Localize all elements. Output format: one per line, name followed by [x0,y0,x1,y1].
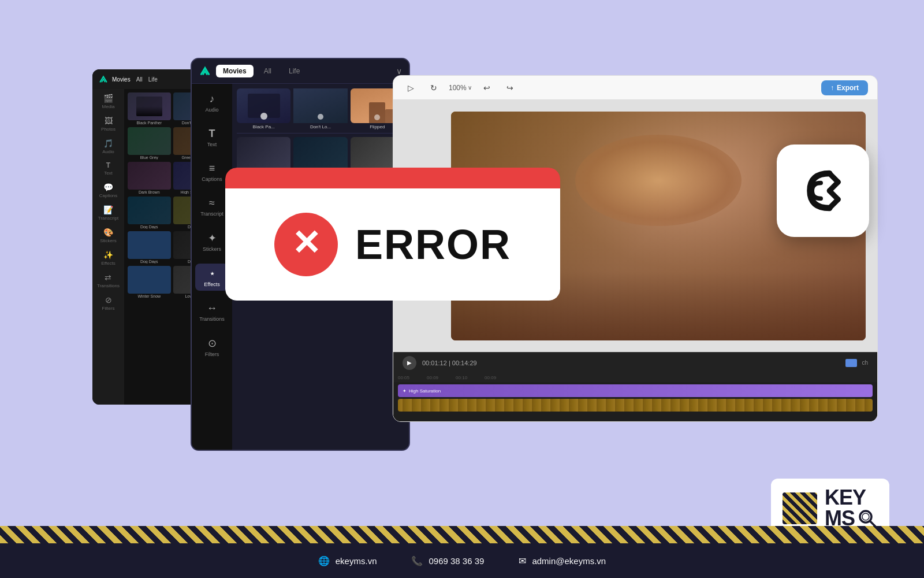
footer-email: ✉ admin@ekeyms.vn [519,555,606,566]
chevron-down-icon[interactable]: ∨ [396,66,402,76]
pm-sidebar-stickers[interactable]: ✦ Stickers [195,228,229,255]
footer-phone: 📞 0969 38 36 39 [411,555,484,566]
time-ruler: 00:05 00:09 00:10 00:09 [393,373,877,382]
pm-sidebar-captions[interactable]: ≡ Captions [195,159,229,186]
panel-middle-header: Movies All Life ∨ [192,59,409,84]
track-name: ch [862,360,868,366]
middle-tabs: Movies All Life [216,65,307,77]
list-item[interactable]: Black Panther [128,92,171,125]
pm-sidebar-filters[interactable]: ⊙ Filters [195,334,229,361]
error-text: ERROR [355,221,511,268]
list-item[interactable]: Dog Days [128,231,171,264]
sidebar-transcript-bg[interactable]: 📝 Transcript [98,205,118,221]
pm-sidebar-effects[interactable]: ⋆ Effects [195,264,229,291]
error-body: ✕ ERROR [225,188,560,301]
timeline-play-button[interactable]: ▶ [403,356,416,370]
list-item[interactable]: Blue Grey [128,127,171,160]
timeline-tracks: ✦ High Saturation [393,382,877,421]
panel-left-sidebar: 🎬 Media 🖼 Photos 🎵 Audio T Text 💬 Captio… [92,89,124,405]
panel-left-tabs: Movies All Life [112,76,158,83]
pm-sidebar-audio[interactable]: ♪ Audio [195,90,229,116]
phone-icon: 📞 [411,555,423,566]
svg-point-6 [862,513,869,520]
list-item[interactable]: Don't Lo... [293,88,347,129]
redo-button[interactable]: ↪ [502,80,518,96]
list-item[interactable]: Dark Brown [128,162,171,194]
sidebar-captions-bg[interactable]: 💬 Captions [99,183,118,198]
capcut-logo-badge [777,144,869,237]
timeline: ▶ 00:01:12 | 00:14:29 ch 00:05 00:09 00:… [393,352,877,421]
loop-button[interactable]: ↻ [426,80,442,96]
tab-movies-bg[interactable]: Movies [112,76,131,83]
top-row-thumbs: Black Pa... Don't Lo... [237,88,404,129]
undo-button[interactable]: ↩ [479,80,495,96]
keyms-stripes [783,492,817,524]
tab-all-bg[interactable]: All [136,76,143,83]
sidebar-text-bg[interactable]: T Text [104,161,113,176]
pm-sidebar-transitions[interactable]: ↔ Transitions [195,299,229,325]
diagonal-stripes [0,526,924,543]
email-icon: ✉ [519,555,526,566]
svg-line-3 [829,191,838,199]
keyms-name: KEY [825,487,878,508]
sidebar-photos[interactable]: 🖼 Photos [101,116,116,132]
sidebar-filters-bg[interactable]: ⊘ Filters [102,295,115,311]
list-item[interactable]: Winter Snow [128,266,171,298]
error-icon-circle: ✕ [274,213,338,276]
export-button[interactable]: ↑ Export [821,80,868,95]
audio-icon [845,359,857,367]
purple-track[interactable]: ✦ High Saturation [398,384,873,397]
sidebar-media[interactable]: 🎬 Media [102,94,115,109]
timeline-controls: ▶ 00:01:12 | 00:14:29 ch [393,352,877,373]
sidebar-effects-bg[interactable]: ✨ Effects [101,250,115,266]
sidebar-audio[interactable]: 🎵 Audio [102,139,114,154]
footer-website: 🌐 ekeyms.vn [318,555,377,566]
sidebar-stickers-bg[interactable]: 🎨 Stickers [100,228,116,243]
video-track[interactable] [398,399,873,412]
tab-movies[interactable]: Movies [216,65,254,77]
globe-icon: 🌐 [318,555,330,566]
list-item[interactable]: Dog Days [128,197,171,229]
zoom-control[interactable]: 100% ∨ [449,84,472,92]
editor-toolbar: ▷ ↻ 100% ∨ ↩ ↪ ↑ Export [393,76,877,100]
error-title-bar [225,168,560,188]
play-button[interactable]: ▷ [403,80,419,96]
capcut-icon [797,165,849,217]
tab-life[interactable]: Life [282,65,307,77]
list-item[interactable]: Black Pa... [237,88,290,129]
footer-bar: 🌐 ekeyms.vn 📞 0969 38 36 39 ✉ admin@ekey… [0,543,924,578]
error-overlay: ✕ ERROR [225,168,560,301]
current-time: 00:01:12 | 00:14:29 [422,360,477,366]
sidebar-transitions-bg[interactable]: ⇄ Transitions [97,273,120,288]
tab-life-bg[interactable]: Life [148,76,158,83]
pm-sidebar-transcript[interactable]: ≈ Transcript [195,194,229,220]
keyms-text-area: KEY MS [825,487,878,529]
error-x-icon: ✕ [292,226,321,261]
tab-all[interactable]: All [257,65,278,77]
export-icon: ↑ [830,84,834,92]
pm-sidebar-text[interactable]: T Text [195,124,229,151]
